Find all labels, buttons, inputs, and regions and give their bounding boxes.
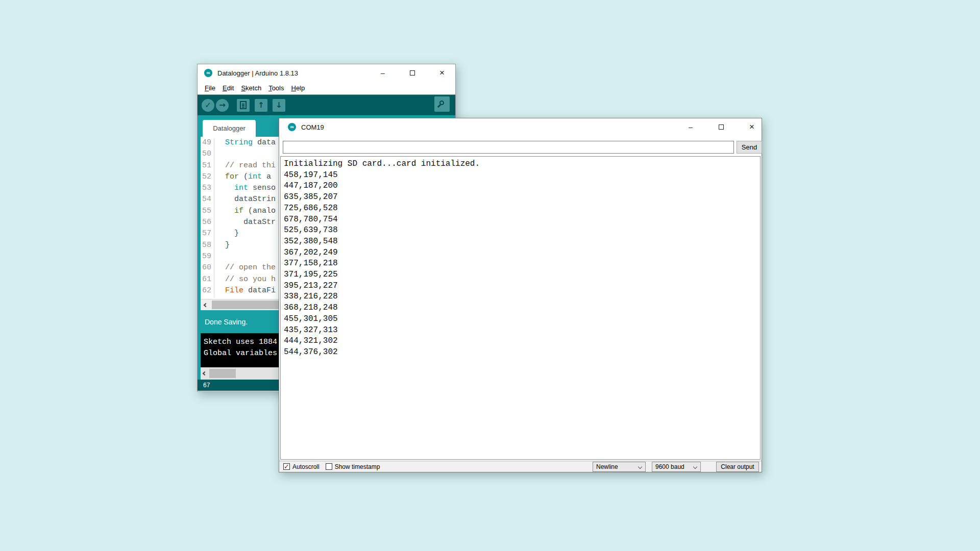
autoscroll-label: Autoscroll	[292, 463, 320, 470]
autoscroll-checkbox[interactable]: ✓	[283, 463, 290, 470]
checkmark-icon: ✓	[284, 463, 289, 470]
serial-title-bar: ∞ COM19 – ×	[279, 118, 762, 136]
ide-minimize-button[interactable]: –	[377, 67, 388, 79]
line-number: 62	[201, 286, 214, 297]
serial-monitor-button[interactable]	[434, 96, 450, 112]
arduino-app-icon: ∞	[204, 69, 212, 77]
magnifier-icon	[438, 100, 446, 108]
ide-window-title: Datalogger | Arduino 1.8.13	[217, 69, 298, 77]
arduino-app-icon: ∞	[288, 123, 296, 131]
line-number: 52	[201, 172, 214, 184]
maximize-icon	[719, 124, 724, 130]
ide-toolbar: ✓ → ↑ ↓	[198, 95, 455, 115]
ide-close-button[interactable]: ×	[436, 67, 448, 79]
ide-menu-bar: FileEditSketchToolsHelp	[198, 82, 455, 95]
ide-maximize-button[interactable]	[407, 67, 418, 79]
scroll-left-arrow-icon[interactable]	[201, 367, 209, 380]
menu-edit[interactable]: Edit	[219, 83, 237, 93]
serial-window-title: COM19	[301, 123, 324, 131]
serial-close-button[interactable]: ×	[746, 121, 757, 133]
line-number: 49	[201, 138, 214, 149]
document-icon	[240, 101, 247, 109]
verify-button[interactable]: ✓	[202, 99, 214, 112]
new-sketch-button[interactable]	[237, 99, 250, 112]
save-button[interactable]: ↓	[273, 99, 285, 112]
line-number: 57	[201, 229, 214, 240]
scroll-left-arrow-icon[interactable]	[201, 299, 211, 310]
show-timestamp-checkbox[interactable]	[326, 463, 332, 470]
chevron-down-icon	[638, 465, 642, 469]
serial-output-text: Initializing SD card...card initialized.…	[284, 159, 760, 358]
console-scrollbar-thumb[interactable]	[209, 369, 236, 378]
check-icon: ✓	[205, 102, 211, 109]
baud-rate-dropdown[interactable]: 9600 baud	[652, 462, 701, 472]
menu-tools[interactable]: Tools	[265, 83, 287, 93]
down-arrow-icon: ↓	[276, 102, 282, 109]
right-arrow-icon: →	[219, 102, 226, 109]
chevron-down-icon	[693, 465, 697, 469]
open-button[interactable]: ↑	[255, 99, 267, 112]
line-number: 60	[201, 263, 214, 274]
maximize-icon	[410, 70, 415, 76]
serial-monitor-window: ∞ COM19 – × Send Initializing SD card...…	[279, 118, 762, 472]
line-number: 59	[201, 252, 214, 263]
menu-sketch[interactable]: Sketch	[237, 83, 265, 93]
menu-file[interactable]: File	[201, 83, 219, 93]
upload-button[interactable]: →	[216, 99, 229, 112]
up-arrow-icon: ↑	[258, 102, 264, 109]
serial-maximize-button[interactable]	[716, 121, 727, 133]
show-timestamp-label: Show timestamp	[335, 463, 380, 470]
line-number: 51	[201, 161, 214, 172]
line-number: 55	[201, 207, 214, 218]
serial-output-area: Initializing SD card...card initialized.…	[280, 156, 761, 460]
menu-help[interactable]: Help	[287, 83, 308, 93]
line-number: 53	[201, 184, 214, 195]
clear-output-button[interactable]: Clear output	[716, 462, 759, 472]
send-button[interactable]: Send	[737, 141, 762, 154]
line-number: 50	[201, 149, 214, 161]
line-number: 54	[201, 195, 214, 206]
editor-scrollbar-thumb[interactable]	[212, 300, 280, 309]
tab-datalogger[interactable]: Datalogger	[203, 120, 256, 137]
line-number: 56	[201, 218, 214, 229]
line-ending-dropdown[interactable]: Newline	[593, 462, 646, 472]
line-number: 61	[201, 275, 214, 286]
status-message: Done Saving.	[205, 318, 248, 326]
serial-minimize-button[interactable]: –	[685, 121, 696, 133]
serial-input[interactable]	[283, 141, 734, 154]
ide-title-bar: ∞ Datalogger | Arduino 1.8.13 – ×	[198, 64, 455, 82]
line-ending-value: Newline	[596, 463, 618, 470]
baud-rate-value: 9600 baud	[655, 463, 684, 470]
line-number: 58	[201, 241, 214, 252]
serial-monitor-footer: ✓ Autoscroll Show timestamp Newline 9600…	[279, 461, 762, 472]
current-line-indicator: 67	[203, 382, 210, 389]
